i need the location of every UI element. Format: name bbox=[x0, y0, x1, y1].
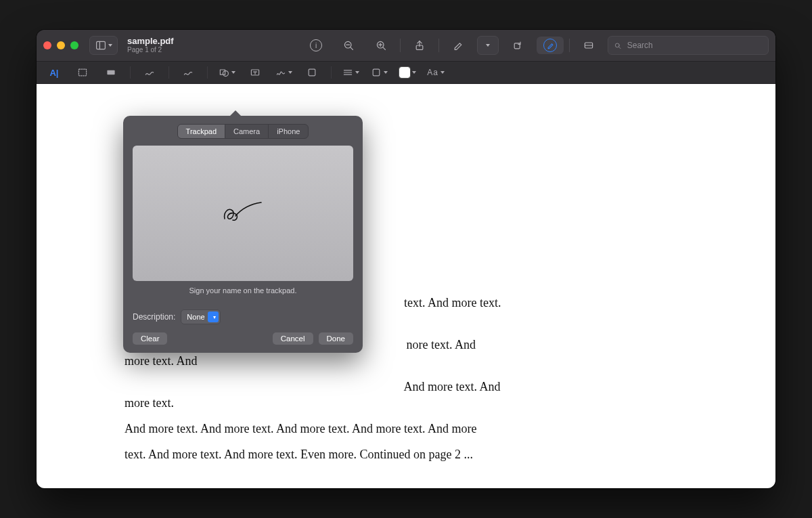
text-style-label: Aa bbox=[427, 68, 438, 77]
minimize-window-button[interactable] bbox=[57, 41, 65, 49]
stroke-weight-tool[interactable] bbox=[338, 64, 363, 81]
zoom-in-icon bbox=[376, 40, 386, 51]
chevron-down-icon bbox=[231, 71, 235, 74]
svg-line-14 bbox=[619, 47, 621, 48]
stroke-color-icon bbox=[371, 67, 382, 78]
toolbar-separator bbox=[207, 66, 208, 79]
highlight-button[interactable] bbox=[445, 37, 472, 54]
text-style-tool[interactable]: Aa bbox=[424, 64, 448, 81]
done-button[interactable]: Done bbox=[319, 332, 354, 345]
fullscreen-window-button[interactable] bbox=[70, 41, 78, 49]
signature-stroke bbox=[219, 200, 267, 227]
rotate-button[interactable] bbox=[504, 37, 531, 54]
text-selection-tool[interactable]: A​| bbox=[42, 64, 66, 81]
description-select[interactable]: None ▾ bbox=[181, 309, 220, 324]
svg-line-6 bbox=[383, 47, 385, 49]
crop-button[interactable] bbox=[575, 37, 602, 54]
text-cursor-icon: A​| bbox=[49, 68, 58, 78]
svg-line-3 bbox=[351, 47, 353, 49]
chevron-down-icon bbox=[441, 71, 445, 74]
tab-camera[interactable]: Camera bbox=[225, 125, 268, 138]
fill-swatch-icon bbox=[399, 67, 410, 78]
rotate-icon bbox=[512, 40, 523, 51]
signature-source-tabs: Trackpad Camera iPhone bbox=[177, 124, 309, 139]
highlight-dropdown[interactable] bbox=[477, 36, 499, 55]
popover-button-row: Clear Cancel Done bbox=[133, 332, 353, 345]
document-title: sample.pdf bbox=[127, 37, 174, 46]
clear-button[interactable]: Clear bbox=[133, 332, 167, 345]
cancel-button[interactable]: Cancel bbox=[273, 332, 313, 345]
titlebar: sample.pdf Page 1 of 2 i bbox=[37, 30, 775, 61]
share-icon bbox=[414, 40, 425, 51]
svg-point-18 bbox=[223, 71, 228, 77]
chevron-down-icon bbox=[412, 71, 416, 74]
fill-color-tool[interactable] bbox=[395, 64, 420, 81]
description-value: None bbox=[187, 313, 204, 321]
svg-rect-16 bbox=[107, 70, 114, 74]
stroke-color-tool[interactable] bbox=[367, 64, 391, 81]
signature-icon bbox=[275, 67, 286, 78]
zoom-in-button[interactable] bbox=[367, 37, 394, 54]
shapes-icon bbox=[219, 67, 229, 78]
chevron-down-icon bbox=[288, 71, 292, 74]
chevron-down-icon bbox=[486, 44, 490, 47]
body-text: more text. And more text. And more text.… bbox=[125, 379, 503, 411]
chevron-down-icon bbox=[384, 71, 388, 74]
markup-toolbar: A​| Aa bbox=[37, 61, 775, 84]
note-icon bbox=[307, 67, 317, 78]
markup-toggle-button[interactable] bbox=[537, 37, 564, 54]
preview-window: sample.pdf Page 1 of 2 i bbox=[37, 30, 775, 488]
tab-trackpad[interactable]: Trackpad bbox=[178, 125, 225, 138]
search-input[interactable] bbox=[626, 40, 763, 51]
zoom-out-button[interactable] bbox=[335, 37, 362, 54]
signature-hint: Sign your name on the trackpad. bbox=[133, 286, 353, 295]
select-arrows-icon: ▾ bbox=[213, 314, 216, 320]
highlighter-icon bbox=[453, 40, 464, 51]
toolbar-separator bbox=[168, 66, 169, 79]
signature-pad[interactable] bbox=[133, 146, 353, 281]
text-box-icon bbox=[250, 67, 261, 78]
toolbar-separator bbox=[400, 39, 401, 52]
title-block: sample.pdf Page 1 of 2 bbox=[127, 37, 174, 54]
sketch-icon bbox=[144, 67, 155, 78]
zoom-out-icon bbox=[343, 40, 354, 51]
document-area[interactable]: A Simple PDF File This is a small demons… bbox=[37, 84, 775, 488]
signature-popover: Trackpad Camera iPhone Sign your name on… bbox=[123, 116, 363, 353]
shapes-tool[interactable] bbox=[215, 64, 239, 81]
markup-icon bbox=[543, 39, 557, 52]
rect-select-icon bbox=[77, 67, 88, 78]
draw-icon bbox=[183, 67, 194, 78]
svg-rect-24 bbox=[373, 69, 380, 76]
sidebar-icon bbox=[95, 40, 106, 51]
sign-tool[interactable] bbox=[271, 64, 296, 81]
redact-icon bbox=[583, 40, 594, 51]
body-text: And more text. And more text. And more t… bbox=[125, 420, 503, 437]
tab-iphone[interactable]: iPhone bbox=[268, 125, 308, 138]
rect-selection-tool[interactable] bbox=[70, 64, 95, 81]
toolbar-separator bbox=[130, 66, 131, 79]
toolbar-separator bbox=[331, 66, 332, 79]
info-button[interactable]: i bbox=[302, 37, 330, 54]
note-tool[interactable] bbox=[300, 64, 324, 81]
svg-rect-0 bbox=[96, 41, 105, 49]
chevron-down-icon bbox=[108, 44, 112, 47]
close-window-button[interactable] bbox=[43, 41, 51, 49]
toolbar-separator bbox=[569, 39, 570, 52]
redact-tool[interactable] bbox=[99, 64, 123, 81]
description-label: Description: bbox=[133, 312, 175, 322]
window-controls bbox=[43, 41, 78, 49]
svg-rect-15 bbox=[78, 69, 86, 76]
description-row: Description: None ▾ bbox=[133, 309, 353, 324]
share-button[interactable] bbox=[406, 37, 433, 54]
search-field[interactable] bbox=[608, 36, 769, 55]
search-icon bbox=[614, 41, 622, 50]
body-text: text. And more text. And more text. Even… bbox=[125, 446, 503, 462]
draw-tool[interactable] bbox=[176, 64, 200, 81]
sketch-tool[interactable] bbox=[137, 64, 162, 81]
toolbar-separator bbox=[438, 39, 439, 52]
info-icon: i bbox=[310, 39, 322, 51]
chevron-down-icon bbox=[355, 71, 359, 74]
sidebar-toggle-button[interactable] bbox=[89, 36, 118, 55]
text-tool[interactable] bbox=[243, 64, 267, 81]
redact-block-icon bbox=[106, 67, 116, 78]
